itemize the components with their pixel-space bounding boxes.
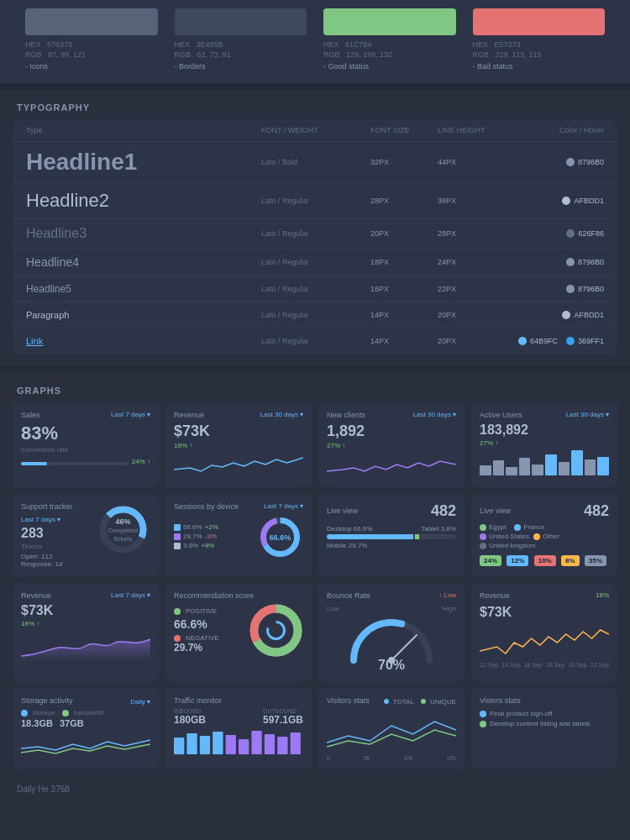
storage-amount: 18.3GB <box>21 718 53 728</box>
section-divider-1 <box>0 83 630 90</box>
visitors-stats-card: Visitors stats TOTAL UNIQUE 0 5k 10k 15k <box>318 688 465 769</box>
negative-pct: 29.7% <box>174 642 242 654</box>
h3-name: Headline3 <box>26 226 261 241</box>
live-view-1-value: 482 <box>431 502 456 520</box>
traffic-title: Traffic monitor <box>174 696 303 705</box>
revenue-card-period[interactable]: Last 30 days <box>260 411 303 418</box>
svg-rect-18 <box>251 731 261 754</box>
typo-col-type-header: Type <box>26 126 261 134</box>
svg-point-8 <box>262 617 291 645</box>
recommendation-title: Recommendation score <box>174 591 303 600</box>
live-view-tags: 24% 12% 10% 8% 35% <box>480 554 609 566</box>
h2-name: Headline2 <box>26 190 261 212</box>
color-rgb-label: RGB 87, 99, 121 <box>25 50 158 59</box>
visitors-list: Final product sign-off Develop content l… <box>480 710 609 727</box>
h3-color-dot <box>566 229 575 238</box>
recommendation-donut <box>249 603 303 658</box>
typo-col-size-header: FONT SIZE <box>370 126 438 134</box>
revenue-timeline-labels: 12 Sep 14 Sep 16 Sep 18 Sep 20 Sep 22 Se… <box>480 662 609 668</box>
bounce-gauge <box>345 614 438 664</box>
typography-table: Type FONT / WEIGHT FONT SIZE LINE HEIGHT… <box>13 119 617 354</box>
typography-row-h3: Headline3 Lato / Regular 20PX 28PX 626F8… <box>13 219 617 249</box>
active-users-pct: 27% ↑ <box>480 439 609 447</box>
link-color-dot2 <box>566 337 575 345</box>
svg-rect-21 <box>291 732 301 754</box>
live-view-bar <box>327 534 456 539</box>
graphs-row4: Storage activity Daily storage bandwidth… <box>0 688 630 776</box>
revenue-area-card: Revenue Last 7 days $73K 18% ↑ <box>13 583 159 681</box>
typo-col-color-header: Color / Hover <box>505 126 604 134</box>
support-tracker-card: Support tracker Last 7 days 283 Tickets … <box>13 494 159 576</box>
bounce-level: ↓ Low <box>438 591 456 601</box>
sessions-donut: 66.6% <box>257 514 303 560</box>
svg-rect-16 <box>226 735 236 754</box>
live-view-2-title: Live view <box>480 507 511 515</box>
color-swatch-icons <box>25 8 158 35</box>
revenue-timeline-card: Revenue 18% $73K 12 Sep 14 Sep 16 Sep 18… <box>471 583 617 681</box>
storage-title: Storage activity <box>21 696 73 705</box>
svg-rect-17 <box>239 739 249 754</box>
bandwidth-amount: 37GB <box>60 718 84 728</box>
color-item-icons: HEX 576379 RGB 87, 99, 121 - Icons <box>17 8 166 71</box>
color-swatches-section: HEX 576379 RGB 87, 99, 121 - Icons HEX 3… <box>0 0 630 83</box>
new-clients-value: 1,892 <box>327 423 456 440</box>
storage-chart <box>21 732 150 757</box>
sales-progress-bar <box>21 462 129 465</box>
color-item-bad: HEX E57373 RGB 229, 115, 115 - Bad statu… <box>465 8 614 71</box>
sales-card-period[interactable]: Last 7 days <box>111 411 150 418</box>
h1-name: Headline1 <box>26 149 261 176</box>
inbound-value: 180GB <box>174 714 206 726</box>
typography-row-h4: Headline4 Lato / Regular 18PX 24PX 8796B… <box>13 249 617 276</box>
bounce-rate-card: Bounce Rate ↓ Low Low High 70% <box>318 583 465 681</box>
typography-row-h1: Headline1 Lato / Bold 32PX 44PX 8796B0 <box>13 142 617 183</box>
typo-col-font-header: FONT / WEIGHT <box>261 126 370 134</box>
new-clients-card: New clients Last 30 days 1,892 27% ↑ <box>318 402 465 487</box>
support-tracker-title: Support tracker <box>21 502 73 511</box>
new-clients-pct: 27% ↑ <box>327 442 456 449</box>
h4-name: Headline4 <box>26 255 261 269</box>
revenue-area-period[interactable]: Last 7 days <box>111 591 150 599</box>
visitors-list-card: Vistors stats Final product sign-off Dev… <box>471 688 617 769</box>
typography-row-h2: Headline2 Lato / Regular 28PX 36PX AFBDD… <box>13 183 617 219</box>
visitors-list-title: Vistors stats <box>480 696 609 705</box>
list-item-2: Develop content listing and labels <box>480 720 609 727</box>
typography-section-title: TYPOGRAPHY <box>0 90 630 119</box>
sessions-device-card: Sessions by device Last 7 days 66.6% +2%… <box>165 494 312 576</box>
svg-rect-14 <box>200 736 210 754</box>
revenue-area-chart <box>21 631 150 660</box>
storage-period[interactable]: Daily <box>130 698 150 706</box>
color-hex-label: HEX 576379 <box>25 40 158 49</box>
graphs-row3: Revenue Last 7 days $73K 18% ↑ Recommend… <box>0 583 630 688</box>
color-rgb-label4: RGB 229, 115, 115 <box>473 50 606 59</box>
active-users-period[interactable]: Last 30 days <box>566 411 609 418</box>
list-item-1: Final product sign-off <box>480 710 609 717</box>
svg-rect-13 <box>186 733 197 754</box>
new-clients-sparkline <box>327 453 456 476</box>
color-usage-label4: - Bad status <box>473 62 606 71</box>
live-view-card-1: Live view 482 Desktop 66.6% Tablet 3.8% … <box>318 494 465 576</box>
new-clients-period[interactable]: Last 30 days <box>413 411 456 418</box>
color-hex-label3: HEX 81C784 <box>323 40 456 49</box>
footer-text: Dally He 3768 <box>17 785 70 794</box>
graphs-row2: Support tracker Last 7 days 283 Tickets … <box>0 494 630 583</box>
support-tracker-period[interactable]: Last 7 days <box>21 516 60 523</box>
revenue-timeline-chart <box>480 622 609 659</box>
color-swatch-borders <box>175 8 307 35</box>
typography-header-row: Type FONT / WEIGHT FONT SIZE LINE HEIGHT… <box>13 119 617 142</box>
link-color-dot1 <box>518 337 527 345</box>
revenue-card-1: Revenue Last 30 days $73K 18% ↑ <box>165 402 312 487</box>
support-donut-wrap: 46%Completed tickets <box>96 502 150 557</box>
svg-line-11 <box>391 635 417 660</box>
outbound-value: 597.1GB <box>263 714 303 726</box>
traffic-card: Traffic monitor INBOUND 180GB OUTBOUND 5… <box>165 688 312 769</box>
para-name: Paragraph <box>26 309 261 321</box>
support-response: Response: 1d <box>21 560 73 568</box>
visitors-chart <box>327 709 456 751</box>
revenue-area-pct: 18% ↑ <box>21 620 150 627</box>
sessions-period[interactable]: Last 7 days <box>264 502 303 510</box>
link-name: Link <box>26 335 261 347</box>
revenue-card-value: $73K <box>174 423 303 440</box>
typography-row-h5: Headline5 Lato / Regular 16PX 22PX 8796B… <box>13 276 617 302</box>
recommendation-card: Recommendation score POSITIVE 66.6% NEGA… <box>165 583 312 681</box>
live-view-2-value: 482 <box>584 502 609 520</box>
